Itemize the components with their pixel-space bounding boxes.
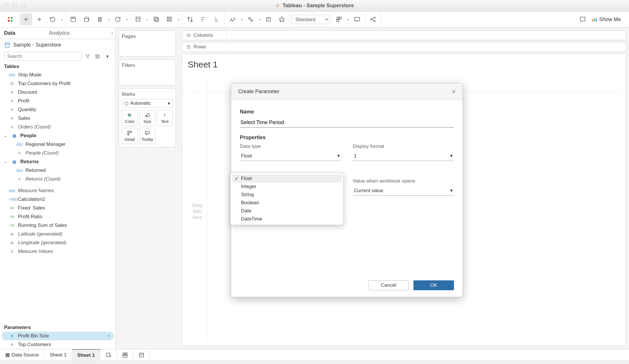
field-row[interactable]: =AbcCalculation2 (0, 195, 115, 204)
new-story-button[interactable] (133, 349, 150, 361)
filters-card[interactable]: Filters (119, 59, 176, 85)
tab-analytics[interactable]: Analytics (45, 27, 90, 39)
highlight-dropdown[interactable]: ▾ (240, 18, 243, 21)
field-row[interactable]: #Sales (0, 114, 115, 123)
group-people[interactable]: ⌄▦People (0, 131, 115, 140)
field-row[interactable]: #Measure Values (0, 247, 115, 256)
field-row[interactable]: #Quantity (0, 105, 115, 114)
tab-data-source[interactable]: ▦Data Source (0, 349, 45, 361)
tab-sheet-1-a[interactable]: Sheet 1 (45, 349, 72, 361)
rows-shelf[interactable]: Rows (182, 42, 626, 52)
new-sheet-button[interactable] (100, 349, 117, 361)
group-button[interactable] (244, 13, 257, 25)
fit-select[interactable]: Standard (292, 15, 329, 24)
revert-button[interactable] (47, 13, 59, 25)
new-dashboard-button[interactable] (117, 349, 133, 361)
maximize-window-btn[interactable] (21, 3, 26, 8)
duplicate-button[interactable] (150, 13, 162, 25)
field-row[interactable]: ⦿Top Customers by Profit (0, 79, 115, 88)
columns-shelf[interactable]: Columns (182, 30, 626, 40)
field-type-icon: ⊕ (9, 240, 15, 245)
field-label: Top Customers by Profit (18, 81, 70, 87)
data-type-select[interactable]: Float▾ (240, 151, 341, 161)
parameter-name-input[interactable] (240, 118, 454, 128)
redo-button[interactable] (33, 13, 45, 25)
field-type-icon: Abc (16, 142, 23, 147)
mark-size[interactable]: Size (139, 110, 155, 126)
group-returns[interactable]: ⌄▦Returns (0, 157, 115, 166)
field-row[interactable]: #People (Count) (0, 149, 115, 157)
field-row[interactable]: #Discount (0, 88, 115, 97)
parameter-row[interactable]: #Top Customers (0, 340, 115, 349)
new-worksheet-button[interactable] (132, 13, 144, 25)
field-row[interactable]: AbcRegional Manager (0, 140, 115, 149)
ok-button[interactable]: OK (413, 280, 454, 290)
show-cards-button[interactable] (333, 13, 345, 25)
pause-button[interactable] (94, 13, 106, 25)
minimize-window-btn[interactable] (12, 3, 17, 8)
new-data-button[interactable] (80, 13, 93, 25)
field-row[interactable]: AbcReturned (0, 166, 115, 175)
presentation-button[interactable] (351, 13, 363, 25)
refresh-dropdown[interactable]: ▾ (125, 18, 128, 21)
pause-dropdown[interactable]: ▾ (107, 18, 111, 21)
mark-color[interactable]: Color (122, 110, 138, 126)
dropdown-item[interactable]: Integer (232, 183, 342, 191)
filter-fields-icon[interactable] (84, 52, 92, 60)
field-row[interactable]: AbcMeasure Names (0, 186, 115, 195)
field-row[interactable]: =#Fixed: Sales (0, 204, 115, 212)
tableau-logo-button[interactable] (4, 13, 16, 25)
field-row[interactable]: AbcShip Mode (0, 71, 115, 79)
sheet-title[interactable]: Sheet 1 (188, 60, 620, 69)
labels-button[interactable]: T (262, 13, 275, 25)
swap-button[interactable] (184, 13, 196, 25)
dropdown-item[interactable]: Boolean (232, 199, 342, 207)
clear-button[interactable] (163, 13, 176, 25)
mark-type-select[interactable]: ⬡Automatic▾ (122, 99, 173, 108)
close-window-btn[interactable] (3, 3, 9, 8)
fields-menu-icon[interactable]: ▾ (103, 52, 111, 60)
pages-card[interactable]: Pages (119, 30, 176, 56)
cancel-button[interactable]: Cancel (368, 280, 409, 290)
parameter-row[interactable]: #Profit Bin Size▾ (2, 332, 114, 340)
field-row[interactable]: ⊕Longitude (generated) (0, 238, 115, 247)
sort-desc-button[interactable] (211, 13, 223, 25)
tab-sheet-1-b[interactable]: Sheet 1 (72, 349, 100, 361)
dropdown-item[interactable]: String (232, 191, 342, 199)
tab-data[interactable]: Data (0, 27, 45, 39)
show-cards-dropdown[interactable]: ▾ (346, 18, 350, 21)
search-input[interactable] (4, 52, 82, 61)
guide-button[interactable] (577, 13, 589, 25)
refresh-button[interactable] (112, 13, 124, 25)
field-row[interactable]: ⊕Latitude (generated) (0, 230, 115, 238)
field-row[interactable]: =#Running Sum of Sales (0, 221, 115, 230)
field-row[interactable]: #Orders (Count) (0, 123, 115, 131)
mark-detail[interactable]: Detail (122, 128, 138, 144)
revert-dropdown[interactable]: ▾ (60, 18, 63, 21)
close-icon[interactable]: × (452, 88, 456, 96)
dropdown-item[interactable]: Date (232, 207, 342, 215)
view-fields-icon[interactable] (93, 52, 102, 60)
save-button[interactable] (67, 13, 79, 25)
show-me-button[interactable]: Show Me (591, 16, 621, 23)
mark-text[interactable]: TText (157, 110, 173, 126)
display-format-select[interactable]: 1▾ (353, 151, 454, 161)
undo-button[interactable] (20, 13, 32, 25)
field-row[interactable]: #Returns (Count) (0, 175, 115, 183)
collapse-pane-icon[interactable]: ‹ (111, 30, 113, 36)
share-button[interactable] (367, 13, 379, 25)
value-open-select[interactable]: Current value▾ (353, 186, 454, 196)
field-row[interactable]: =#Profit Ratio (0, 212, 115, 221)
group-dropdown[interactable]: ▾ (258, 18, 261, 21)
mark-tooltip[interactable]: Tooltip (139, 128, 155, 144)
new-worksheet-dropdown[interactable]: ▾ (146, 18, 149, 21)
sort-asc-button[interactable] (197, 13, 209, 25)
dropdown-item[interactable]: DateTime (232, 215, 342, 223)
highlight-button[interactable] (227, 13, 239, 25)
clear-dropdown[interactable]: ▾ (177, 18, 180, 21)
field-row[interactable]: #Profit (0, 97, 115, 105)
dropdown-item[interactable]: ✓Float (232, 174, 342, 183)
pin-button[interactable] (276, 13, 288, 25)
chevron-down-icon[interactable]: ▾ (108, 334, 110, 338)
datasource-row[interactable]: Sample - Superstore (0, 39, 115, 51)
